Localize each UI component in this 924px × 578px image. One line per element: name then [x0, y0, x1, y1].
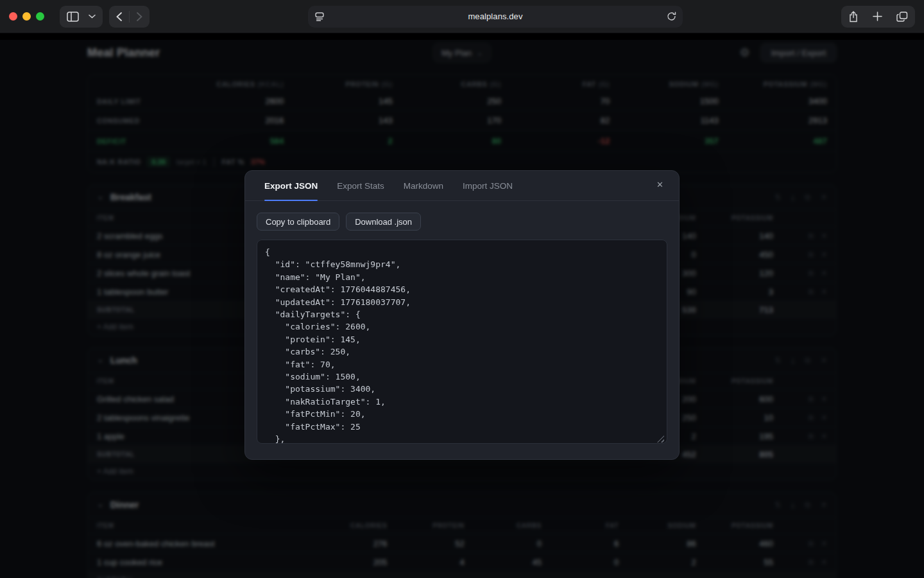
close-icon[interactable]: ✕ — [656, 180, 663, 189]
download-json-label: Download .json — [355, 217, 412, 227]
tab-markdown[interactable]: Markdown — [404, 171, 443, 200]
copy-to-clipboard-button[interactable]: Copy to clipboard — [257, 213, 339, 231]
back-button[interactable] — [109, 6, 129, 28]
url-text: mealplans.dev — [308, 12, 683, 21]
new-tab-button[interactable] — [866, 6, 889, 28]
sidebar-toggle-button[interactable] — [60, 6, 86, 28]
tab-overview-icon — [896, 12, 908, 22]
tab-import-json[interactable]: Import JSON — [463, 171, 513, 200]
window-controls — [9, 12, 44, 21]
new-tab-icon — [873, 12, 882, 21]
browser-toolbar: mealplans.dev — [0, 0, 924, 33]
import-export-dialog: Export JSONExport StatsMarkdownImport JS… — [244, 170, 680, 460]
export-code-container: { "id": "ctffey58mnwj9pr4", "name": "My … — [257, 240, 667, 446]
dialog-tabs: Export JSONExport StatsMarkdownImport JS… — [245, 171, 679, 201]
close-window-button[interactable] — [9, 12, 17, 21]
forward-icon — [137, 12, 142, 21]
chevron-down-icon — [89, 14, 96, 19]
tab-export-stats[interactable]: Export Stats — [337, 171, 384, 200]
page: Meal Planner My Plan ⌄ ⚙ Import / Export… — [0, 40, 924, 578]
copy-to-clipboard-label: Copy to clipboard — [266, 217, 330, 227]
zoom-window-button[interactable] — [36, 12, 44, 21]
back-icon — [116, 12, 122, 21]
tab-export-json[interactable]: Export JSON — [264, 171, 318, 200]
sidebar-menu-button[interactable] — [86, 6, 103, 28]
download-json-button[interactable]: Download .json — [346, 213, 421, 231]
address-bar[interactable]: mealplans.dev — [308, 6, 683, 28]
share-button[interactable] — [841, 6, 866, 28]
minimize-window-button[interactable] — [22, 12, 31, 21]
sidebar-icon — [67, 12, 79, 22]
export-json-textarea[interactable]: { "id": "ctffey58mnwj9pr4", "name": "My … — [257, 240, 667, 444]
forward-button[interactable] — [130, 6, 150, 28]
share-icon — [848, 11, 859, 22]
tab-overview-button[interactable] — [889, 6, 915, 28]
